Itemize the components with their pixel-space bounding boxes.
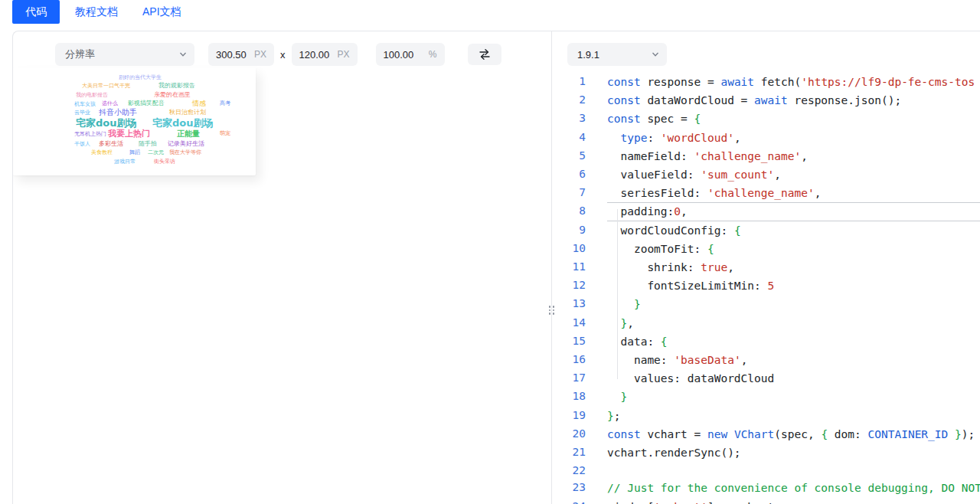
code-line[interactable]: 22 bbox=[552, 462, 980, 479]
code-text: const dataWordCloud = await response.jso… bbox=[607, 91, 980, 110]
code-line[interactable]: 21vchart.renderSync(); bbox=[552, 443, 980, 462]
indent-guide bbox=[617, 209, 618, 379]
code-text: const response = await fetch('https://lf… bbox=[607, 73, 980, 91]
cloud-word: 剧好的当代大学生 bbox=[119, 75, 162, 80]
code-line[interactable]: 19}; bbox=[552, 407, 980, 425]
code-line[interactable]: 17 values: dataWordCloud bbox=[552, 369, 980, 388]
chart-preview-card: 剧好的当代大学生大美日常一口气干完我的观影报告我的电影报告亲爱的在画里机车女孩选… bbox=[13, 67, 256, 175]
dimension-separator: x bbox=[280, 49, 286, 61]
cloud-word: 干饭人 bbox=[74, 142, 90, 147]
tab-api-docs[interactable]: API文档 bbox=[142, 0, 181, 24]
code-text: } bbox=[607, 295, 980, 313]
code-toolbar: 1.9.1 bbox=[552, 43, 980, 66]
code-text: const vchart = new VChart(spec, { dom: C… bbox=[607, 425, 980, 443]
zoom-unit: % bbox=[429, 49, 437, 60]
code-line[interactable]: 16 name: 'baseData', bbox=[552, 351, 980, 369]
width-unit: PX bbox=[254, 49, 266, 60]
cloud-word: 情感 bbox=[192, 100, 206, 107]
code-line[interactable]: 2const dataWordCloud = await response.js… bbox=[552, 91, 980, 110]
code-line[interactable]: 1const response = await fetch('https://l… bbox=[552, 73, 980, 91]
version-select[interactable]: 1.9.1 bbox=[567, 43, 667, 66]
code-text: zoomToFit: { bbox=[607, 240, 980, 258]
zoom-input[interactable]: 100.00 % bbox=[376, 43, 445, 66]
code-line[interactable]: 9 wordCloudConfig: { bbox=[552, 221, 980, 240]
cloud-word: 无耳机上热门 bbox=[74, 132, 106, 137]
line-number: 22 bbox=[552, 462, 592, 479]
code-line[interactable]: 3const spec = { bbox=[552, 110, 980, 128]
code-line[interactable]: 18 } bbox=[552, 388, 980, 406]
width-value: 300.50 bbox=[216, 49, 247, 61]
version-select-value: 1.9.1 bbox=[577, 49, 599, 61]
cloud-word: 随手拍 bbox=[139, 141, 157, 147]
code-text: }, bbox=[607, 314, 980, 332]
code-line[interactable]: 12 fontSizeLimitMin: 5 bbox=[552, 277, 980, 295]
code-line[interactable]: 10 zoomToFit: { bbox=[552, 240, 980, 258]
line-number: 18 bbox=[552, 388, 592, 406]
code-text: data: { bbox=[607, 332, 980, 351]
top-nav: 代码 教程文档 API文档 bbox=[0, 0, 980, 31]
height-value: 120.00 bbox=[299, 49, 330, 61]
drag-dots-icon bbox=[549, 306, 555, 315]
code-editor[interactable]: 1const response = await fetch('https://l… bbox=[552, 68, 980, 504]
code-line[interactable]: 7 seriesField: 'challenge_name', bbox=[552, 184, 980, 202]
cloud-word: 美食教程 bbox=[91, 150, 113, 155]
resolution-select[interactable]: 分辨率 bbox=[55, 43, 194, 66]
cloud-word: 多彩生活 bbox=[99, 141, 123, 147]
chevron-down-icon bbox=[652, 51, 659, 58]
preview-panel: 分辨率 300.50 PX x 120.00 PX 100.00 % bbox=[13, 31, 551, 504]
line-number: 21 bbox=[552, 443, 592, 462]
code-text: // Just for the convenience of console d… bbox=[607, 479, 980, 497]
line-number: 8 bbox=[552, 202, 592, 221]
code-line[interactable]: 14 }, bbox=[552, 314, 980, 332]
swap-dimensions-button[interactable] bbox=[468, 44, 501, 65]
line-number: 5 bbox=[552, 147, 592, 165]
tab-code[interactable]: 代码 bbox=[12, 0, 60, 24]
zoom-value: 100.00 bbox=[384, 49, 414, 61]
code-line[interactable]: 11 shrink: true, bbox=[552, 258, 980, 277]
code-text: shrink: true, bbox=[607, 258, 980, 277]
line-number: 2 bbox=[552, 91, 592, 110]
cloud-word: 舞蹈 bbox=[129, 150, 140, 155]
height-unit: PX bbox=[337, 49, 349, 60]
code-line[interactable]: 5 nameField: 'challenge_name', bbox=[552, 147, 980, 165]
main-container: 分辨率 300.50 PX x 120.00 PX 100.00 % bbox=[12, 31, 980, 504]
cloud-word: 游戏日常 bbox=[114, 159, 136, 165]
line-number: 15 bbox=[552, 332, 592, 351]
cloud-word: 亲爱的在画里 bbox=[154, 92, 191, 98]
code-text: } bbox=[607, 388, 980, 406]
line-number: 11 bbox=[552, 258, 592, 277]
line-number: 17 bbox=[552, 369, 592, 388]
line-number: 19 bbox=[552, 407, 592, 425]
code-line[interactable]: 6 valueField: 'sum_count', bbox=[552, 165, 980, 184]
cloud-word: 我在大学等你 bbox=[169, 150, 201, 155]
code-line[interactable]: 24window['vchart'] = vchart; bbox=[552, 498, 980, 504]
line-number: 12 bbox=[552, 277, 592, 295]
swap-arrows-icon bbox=[478, 47, 492, 61]
cloud-word: 我要上热门 bbox=[108, 129, 150, 138]
line-number: 7 bbox=[552, 184, 592, 202]
wordcloud-chart[interactable]: 剧好的当代大学生大美日常一口气干完我的观影报告我的电影报告亲爱的在画里机车女孩选… bbox=[68, 75, 252, 169]
code-text: seriesField: 'challenge_name', bbox=[607, 184, 980, 202]
code-line[interactable]: 15 data: { bbox=[552, 332, 980, 351]
code-text: fontSizeLimitMin: 5 bbox=[607, 277, 980, 295]
line-number: 16 bbox=[552, 351, 592, 369]
height-input[interactable]: 120.00 PX bbox=[292, 43, 358, 66]
line-number: 23 bbox=[552, 479, 592, 497]
line-number: 6 bbox=[552, 165, 592, 184]
panel-resize-handle[interactable] bbox=[547, 301, 557, 319]
code-line[interactable]: 8 padding:0, bbox=[552, 202, 980, 221]
cloud-word: 萌宠 bbox=[220, 131, 230, 136]
code-line[interactable]: 23// Just for the convenience of console… bbox=[552, 479, 980, 497]
code-text: valueField: 'sum_count', bbox=[607, 165, 980, 184]
cloud-word: 选什么 bbox=[102, 101, 118, 106]
code-line[interactable]: 13 } bbox=[552, 295, 980, 313]
cloud-word: 宅家dou剧场 bbox=[152, 118, 214, 128]
code-text: const spec = { bbox=[607, 110, 980, 128]
chevron-down-icon bbox=[179, 51, 187, 58]
line-number: 24 bbox=[552, 498, 592, 504]
code-line[interactable]: 20const vchart = new VChart(spec, { dom:… bbox=[552, 425, 980, 443]
tab-tutorial-docs[interactable]: 教程文档 bbox=[75, 0, 118, 24]
width-input[interactable]: 300.50 PX bbox=[208, 43, 274, 66]
code-text: type: 'wordCloud', bbox=[607, 129, 980, 147]
code-line[interactable]: 4 type: 'wordCloud', bbox=[552, 129, 980, 147]
